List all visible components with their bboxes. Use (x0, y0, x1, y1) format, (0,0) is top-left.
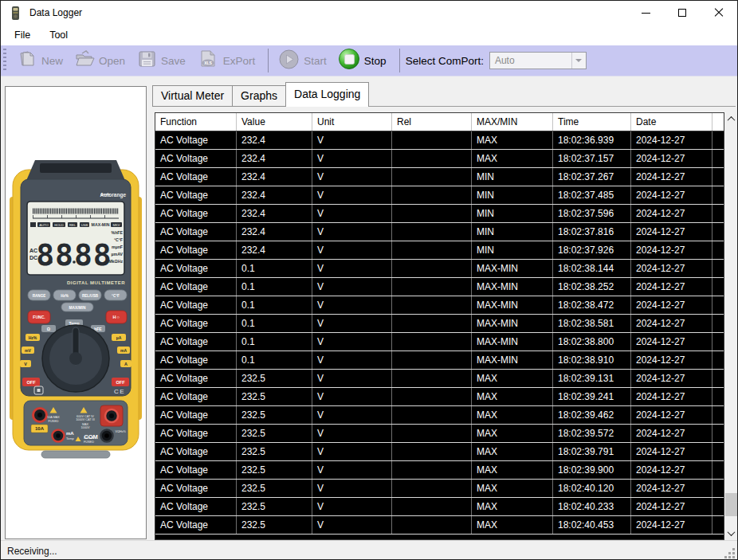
column-header-unit[interactable]: Unit (312, 113, 392, 131)
table-cell: 18:02:39.572 (553, 425, 631, 442)
row-filler (712, 388, 724, 405)
table-cell: MAX-MIN (472, 278, 553, 296)
table-row[interactable]: AC Voltage232.5VMAX18:02:40.4532024-12-2… (155, 516, 724, 535)
table-cell: 18:02:37.596 (553, 205, 631, 222)
scrollbar-thumb[interactable] (725, 493, 737, 516)
table-row[interactable]: AC Voltage232.4VMIN18:02:37.9262024-12-2… (155, 241, 724, 260)
table-cell: 2024-12-27 (631, 205, 712, 222)
table-cell: MAX (472, 388, 553, 405)
lcd-indicator: MAX-MIN (92, 222, 110, 227)
save-button[interactable]: Save (132, 47, 190, 74)
svg-text:RANGE: RANGE (33, 294, 46, 298)
table-row[interactable]: AC Voltage232.4VMAX18:02:37.1572024-12-2… (155, 150, 724, 168)
table-row[interactable]: AC Voltage232.5VMAX18:02:40.2332024-12-2… (155, 498, 724, 516)
table-cell: 18:02:39.791 (553, 443, 631, 460)
table-row[interactable]: AC Voltage0.1VMAX-MIN18:02:38.5812024-12… (155, 315, 724, 333)
start-button-label: Start (304, 55, 327, 67)
table-row[interactable]: AC Voltage232.4VMIN18:02:37.2672024-12-2… (155, 168, 724, 186)
resize-grip[interactable] (724, 548, 735, 558)
table-cell: V (312, 425, 392, 442)
export-button[interactable]: XLS ExPort (193, 47, 260, 74)
chevron-down-icon (728, 528, 736, 536)
table-cell: 18:02:36.939 (553, 131, 631, 149)
table-row[interactable]: AC Voltage232.5VMAX18:02:39.4622024-12-2… (155, 406, 724, 425)
maximize-button[interactable] (664, 1, 701, 25)
table-row[interactable]: AC Voltage232.5VMAX18:02:39.7912024-12-2… (155, 443, 724, 461)
table-cell: 232.5 (237, 443, 312, 460)
table-cell: 232.4 (237, 241, 312, 259)
svg-text:10A MAX: 10A MAX (47, 416, 60, 419)
tab-label: Virtual Meter (161, 89, 224, 102)
table-row[interactable]: AC Voltage232.4VMAX18:02:36.9392024-12-2… (155, 131, 724, 150)
menu-file[interactable]: File (5, 26, 40, 44)
column-header-date[interactable]: Date (631, 113, 712, 131)
table-row[interactable]: AC Voltage232.4VMIN18:02:37.8162024-12-2… (155, 223, 724, 241)
table-cell: 2024-12-27 (631, 150, 712, 167)
tab-virtual-meter[interactable]: Virtual Meter (152, 85, 233, 107)
table-cell (392, 296, 472, 314)
toolbar-grip[interactable] (3, 49, 6, 72)
lcd-units: MkΩHz (108, 259, 123, 264)
row-filler (712, 351, 724, 369)
close-button[interactable] (701, 1, 737, 25)
table-cell: 232.4 (237, 150, 312, 167)
table-cell: AC Voltage (155, 388, 237, 405)
vertical-scrollbar[interactable] (724, 112, 738, 540)
multimeter-image: Autorange AUTO HOLD REL USB MAX-MIN MKV (8, 155, 143, 462)
table-row[interactable]: AC Voltage232.5VMAX18:02:39.2412024-12-2… (155, 388, 724, 406)
table-row[interactable]: AC Voltage232.4VMIN18:02:37.4852024-12-2… (155, 186, 724, 205)
new-button[interactable]: New (13, 47, 67, 74)
table-row[interactable]: AC Voltage0.1VMAX-MIN18:02:38.9102024-12… (155, 351, 724, 370)
svg-text:mA: mA (120, 348, 127, 353)
table-cell: 18:02:39.462 (553, 406, 631, 424)
table-cell: AC Voltage (155, 131, 237, 149)
column-header-function[interactable]: Function (155, 113, 237, 131)
save-button-label: Save (161, 55, 186, 67)
minimize-button[interactable] (627, 1, 664, 25)
svg-text:MAX: MAX (82, 423, 89, 426)
table-cell: 18:02:38.144 (553, 260, 631, 277)
table-row[interactable]: AC Voltage232.5VMAX18:02:40.1202024-12-2… (155, 480, 724, 498)
stop-button[interactable]: Stop (334, 46, 391, 75)
scroll-down-button[interactable] (724, 527, 738, 540)
comport-dropdown-arrow (571, 53, 586, 69)
table-row[interactable]: AC Voltage0.1VMAX-MIN18:02:38.8002024-12… (155, 333, 724, 351)
row-filler (712, 370, 724, 387)
jack-com-label: COM (84, 433, 98, 441)
column-header-maxmin[interactable]: MAX/MIN (472, 113, 553, 131)
autorange-label: Autorange (100, 192, 127, 198)
table-cell: AC Voltage (155, 461, 237, 479)
title-bar: Data Logger (1, 1, 737, 25)
comport-select[interactable]: Auto (489, 52, 587, 69)
table-row[interactable]: AC Voltage232.5VMAX18:02:39.1312024-12-2… (155, 370, 724, 388)
menu-tool[interactable]: Tool (40, 26, 77, 44)
table-row[interactable]: AC Voltage0.1VMAX-MIN18:02:38.2522024-12… (155, 278, 724, 296)
table-cell: 2024-12-27 (631, 186, 712, 204)
tab-graphs[interactable]: Graphs (232, 85, 286, 107)
column-header-rel[interactable]: Rel (392, 113, 472, 131)
table-row[interactable]: AC Voltage232.4VMIN18:02:37.5962024-12-2… (155, 205, 724, 223)
minimize-icon (642, 13, 650, 14)
table-cell: 2024-12-27 (631, 333, 712, 350)
table-cell: 232.5 (237, 516, 312, 534)
comport-group: Select ComPort: Auto (406, 52, 587, 69)
table-cell: 232.5 (237, 480, 312, 497)
column-header-time[interactable]: Time (553, 113, 631, 131)
table-cell: 0.1 (237, 333, 312, 350)
table-row[interactable]: AC Voltage232.5VMAX18:02:39.5722024-12-2… (155, 425, 724, 443)
table-row[interactable]: AC Voltage0.1VMAX-MIN18:02:38.4722024-12… (155, 296, 724, 315)
start-button[interactable]: Start (274, 47, 331, 75)
column-header-value[interactable]: Value (237, 113, 312, 131)
table-row[interactable]: AC Voltage0.1VMAX-MIN18:02:38.1442024-12… (155, 260, 724, 278)
table-cell: AC Voltage (155, 205, 237, 222)
row-filler (712, 278, 724, 296)
chevron-up-icon (728, 116, 736, 124)
table-row[interactable]: AC Voltage232.5VMAX18:02:39.9002024-12-2… (155, 461, 724, 480)
scroll-up-button[interactable] (724, 112, 738, 126)
table-cell (392, 333, 472, 350)
table-cell: V (312, 370, 392, 387)
tab-data-logging[interactable]: Data Logging (285, 82, 369, 107)
table-cell: 2024-12-27 (631, 406, 712, 424)
table-cell: V (312, 516, 392, 534)
open-button[interactable]: Open (70, 47, 129, 74)
